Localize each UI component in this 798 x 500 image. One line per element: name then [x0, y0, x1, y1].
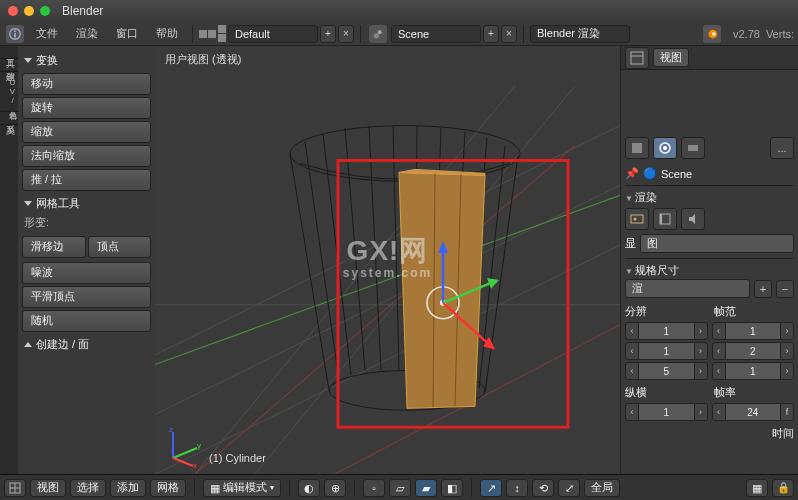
meshtools-header[interactable]: 网格工具: [22, 193, 151, 214]
display-mode-dropdown[interactable]: 图: [640, 234, 794, 253]
tool-tab-create[interactable]: 创建: [0, 59, 18, 72]
render-image-button[interactable]: [625, 208, 649, 230]
shading-mode-icon[interactable]: ◐: [298, 479, 320, 497]
layout-grid-icon[interactable]: [199, 30, 216, 38]
prop-editor-icon[interactable]: [625, 137, 649, 159]
svg-rect-49: [631, 52, 643, 64]
view-tab-label[interactable]: 视图: [653, 48, 689, 67]
aspect-label: 纵横: [625, 385, 706, 400]
context-layers-icon[interactable]: [681, 137, 705, 159]
limit-selection-icon[interactable]: ◧: [441, 479, 463, 497]
minimize-window-button[interactable]: [24, 6, 34, 16]
menu-help[interactable]: 帮助: [148, 23, 186, 44]
close-window-button[interactable]: [8, 6, 18, 16]
svg-line-47: [173, 458, 193, 466]
transform-header[interactable]: 变换: [22, 50, 151, 71]
tool-tab-tools[interactable]: 工具: [0, 46, 18, 59]
tool-shelf: 工具 创建 UV/着色 关系 变换 移动 旋转 缩放 法向缩放 推 / 拉 网格…: [0, 46, 155, 474]
face-select-icon[interactable]: ▰: [415, 479, 437, 497]
svg-point-53: [663, 146, 667, 150]
vp-menu-select[interactable]: 选择: [70, 479, 106, 497]
zoom-window-button[interactable]: [40, 6, 50, 16]
outliner-editor-icon[interactable]: [625, 47, 649, 69]
render-preset-remove[interactable]: −: [776, 280, 794, 298]
deform-label: 形变:: [22, 214, 151, 232]
orientation-dropdown[interactable]: 全局: [584, 479, 620, 497]
pivot-icon[interactable]: ⊕: [324, 479, 346, 497]
frame-start-spinner[interactable]: ‹1›: [712, 322, 795, 340]
smooth-vertex-button[interactable]: 平滑顶点: [22, 286, 151, 308]
mode-dropdown[interactable]: ▦编辑模式▾: [203, 479, 281, 497]
scene-name: Scene: [661, 168, 692, 180]
manipulator-toggle[interactable]: ↗: [480, 479, 502, 497]
slide-edge-button[interactable]: 滑移边: [22, 236, 86, 258]
fps-spinner[interactable]: ‹24f: [712, 403, 795, 421]
render-preset-add[interactable]: +: [754, 280, 772, 298]
scale-manip-icon[interactable]: ⤢: [558, 479, 580, 497]
rotate-button[interactable]: 旋转: [22, 97, 151, 119]
tool-tab-relations[interactable]: 关系: [0, 112, 18, 125]
scene-remove-button[interactable]: ×: [501, 25, 517, 43]
lock-camera-icon[interactable]: 🔒: [772, 479, 794, 497]
render-animation-button[interactable]: [653, 208, 677, 230]
res-x-spinner[interactable]: ‹1›: [625, 322, 708, 340]
engine-dropdown[interactable]: Blender 渲染: [530, 25, 630, 43]
menu-render[interactable]: 渲染: [68, 23, 106, 44]
fps-label: 帧率: [714, 385, 795, 400]
stats-label: Verts:: [766, 28, 794, 40]
menu-file[interactable]: 文件: [28, 23, 66, 44]
render-audio-button[interactable]: [681, 208, 705, 230]
menu-window[interactable]: 窗口: [108, 23, 146, 44]
scale-button[interactable]: 缩放: [22, 121, 151, 143]
scene-dropdown[interactable]: Scene: [391, 25, 481, 43]
properties-panel: 视图 ... 📌 🔵 Scene 渲染: [620, 46, 798, 474]
render-section-header[interactable]: 渲染: [625, 190, 794, 205]
push-pull-button[interactable]: 推 / 拉: [22, 169, 151, 191]
layout-add-button[interactable]: +: [320, 25, 336, 43]
context-render-icon[interactable]: [653, 137, 677, 159]
viewport-object-name: (1) Cylinder: [209, 452, 266, 464]
svg-line-10: [155, 185, 620, 444]
tool-tab-shading[interactable]: UV/着色: [0, 72, 18, 112]
pin-icon[interactable]: 📌: [625, 167, 639, 180]
translate-manip-icon[interactable]: ↕: [506, 479, 528, 497]
editor-type-icon[interactable]: [4, 479, 26, 497]
3d-viewport[interactable]: 用户视图 (透视) (1) Cylinder GX!网 system.com z…: [155, 46, 620, 474]
svg-rect-51: [632, 143, 642, 153]
res-y-spinner[interactable]: ‹1›: [625, 342, 708, 360]
vp-menu-view[interactable]: 视图: [30, 479, 66, 497]
res-pct-spinner[interactable]: ‹5›: [625, 362, 708, 380]
svg-text:y: y: [197, 441, 201, 450]
vp-menu-mesh[interactable]: 网格: [150, 479, 186, 497]
dimensions-header[interactable]: 规格尺寸: [625, 263, 794, 278]
move-button[interactable]: 移动: [22, 73, 151, 95]
svg-line-45: [173, 448, 197, 458]
svg-rect-2: [14, 30, 16, 32]
scene-dropdown-label: Scene: [398, 28, 429, 40]
vertex-button[interactable]: 顶点: [88, 236, 152, 258]
scene-icon[interactable]: [369, 25, 387, 43]
frame-end-spinner[interactable]: ‹2›: [712, 342, 795, 360]
layout-grid-icon-2[interactable]: [218, 25, 226, 42]
normal-scale-button[interactable]: 法向缩放: [22, 145, 151, 167]
layout-dropdown[interactable]: Default: [228, 25, 318, 43]
random-button[interactable]: 随机: [22, 310, 151, 332]
vp-menu-add[interactable]: 添加: [110, 479, 146, 497]
edge-select-icon[interactable]: ▱: [389, 479, 411, 497]
frame-step-spinner[interactable]: ‹1›: [712, 362, 795, 380]
tool-shelf-tabs: 工具 创建 UV/着色 关系: [0, 46, 18, 474]
vertex-select-icon[interactable]: ▫: [363, 479, 385, 497]
context-more-icon[interactable]: ...: [770, 137, 794, 159]
info-editor-icon[interactable]: [6, 25, 24, 43]
window-controls: [8, 6, 50, 16]
time-label: 时间: [772, 426, 794, 441]
noise-button[interactable]: 噪波: [22, 262, 151, 284]
addedge-header[interactable]: 创建边 / 面: [22, 334, 151, 355]
aspect-x-spinner[interactable]: ‹1›: [625, 403, 708, 421]
svg-point-56: [634, 218, 637, 221]
layers-icon[interactable]: ▦: [746, 479, 768, 497]
rotate-manip-icon[interactable]: ⟲: [532, 479, 554, 497]
layout-remove-button[interactable]: ×: [338, 25, 354, 43]
render-preset-dropdown[interactable]: 渲: [625, 279, 750, 298]
scene-add-button[interactable]: +: [483, 25, 499, 43]
